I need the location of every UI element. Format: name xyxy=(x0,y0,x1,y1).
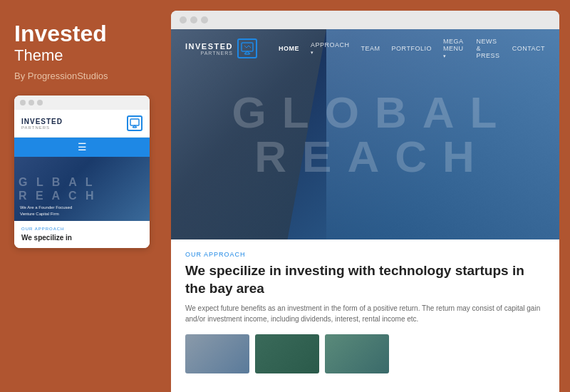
mobile-nav: INVESTED PARTNERS xyxy=(14,110,150,138)
mobile-caption-line1: We Are a Founder Focused xyxy=(20,205,72,210)
nav-link-home[interactable]: HOME xyxy=(279,45,299,52)
hero-word-reach: R E A C H xyxy=(254,135,475,179)
hero-letter-e: E xyxy=(302,135,333,179)
mobile-logo: INVESTED PARTNERS xyxy=(21,118,63,130)
sidebar: Invested Theme By ProgressionStudios INV… xyxy=(0,0,164,392)
mobile-hero-caption: We Are a Founder Focused Venture Capital… xyxy=(20,205,72,217)
nav-link-team[interactable]: TEAM xyxy=(361,45,380,52)
thumb-3 xyxy=(325,334,389,373)
hero-big-text: G L O B A L R E A C H xyxy=(171,91,559,179)
mobile-content-title: We specilize in xyxy=(21,233,142,242)
nav-link-news[interactable]: NEWS & PRESS xyxy=(477,38,501,59)
below-hero-content: OUR APPROACH We specilize in investing w… xyxy=(171,239,559,392)
hero-letter-b: B xyxy=(375,91,408,135)
thumb-1 xyxy=(185,334,249,373)
mobile-logo-name: INVESTED xyxy=(21,118,63,125)
mobile-hero-line2: R E A C H xyxy=(19,189,145,202)
mobile-preview-card: INVESTED PARTNERS ☰ G L B A L R E A C H xyxy=(14,96,150,248)
browser-content: INVESTED PARTNERS HOME APPROACH xyxy=(171,29,559,392)
dot-1 xyxy=(20,100,26,105)
sidebar-subtitle: Theme xyxy=(14,46,150,65)
mobile-logo-sub: PARTNERS xyxy=(21,125,63,130)
mobile-caption-line2: Venture Capital Firm xyxy=(20,211,72,217)
hero-letter-l: L xyxy=(282,91,311,135)
hero-letter-l2: L xyxy=(470,91,499,135)
approach-title: We specilize in investing with technolog… xyxy=(185,262,527,297)
desktop-nav-links: HOME APPROACH ▾ TEAM PORTFOLIO MEGA MENU… xyxy=(279,38,545,59)
desktop-browser-bar xyxy=(171,11,559,29)
hero-letter-c: C xyxy=(395,135,428,179)
mobile-logo-icon xyxy=(127,115,142,131)
hero-letter-g: G xyxy=(232,91,268,135)
hero-letter-a2: A xyxy=(347,135,380,179)
mobile-content: OUR APPROACH We specilize in xyxy=(14,221,150,248)
hero-letter-a: A xyxy=(423,91,456,135)
image-thumbs xyxy=(185,334,545,373)
mobile-approach-label: OUR APPROACH xyxy=(21,227,142,231)
hero-letter-h: H xyxy=(442,135,476,179)
mobile-browser-bar xyxy=(14,96,150,110)
approach-label: OUR APPROACH xyxy=(185,251,545,258)
hero-letter-r: R xyxy=(254,135,288,179)
approach-desc: We expect future benefits as an investme… xyxy=(185,303,542,324)
desktop-logo-name: INVESTED xyxy=(185,42,233,51)
desktop-nav: INVESTED PARTNERS HOME APPROACH xyxy=(171,29,559,68)
dot-2 xyxy=(28,100,34,105)
mobile-hero: G L B A L R E A C H We Are a Founder Foc… xyxy=(14,157,150,221)
dot-3 xyxy=(37,100,43,105)
sidebar-by: By ProgressionStudios xyxy=(14,71,150,81)
hero-word-global: G L O B A L xyxy=(232,91,499,135)
main-area: INVESTED PARTNERS HOME APPROACH xyxy=(171,11,559,392)
mobile-hero-line1: G L B A L xyxy=(19,175,145,189)
desktop-hero: INVESTED PARTNERS HOME APPROACH xyxy=(171,29,559,239)
nav-link-contact[interactable]: CONTACT xyxy=(512,45,545,52)
sidebar-title: Invested xyxy=(14,21,150,46)
hero-letter-o: O xyxy=(325,91,361,135)
browser-dot-2 xyxy=(190,16,197,24)
nav-link-mega-menu[interactable]: MEGA MENU ▾ xyxy=(443,38,465,59)
desktop-logo-partners: PARTNERS xyxy=(185,51,233,56)
nav-link-portfolio[interactable]: PORTFOLIO xyxy=(392,45,432,52)
thumb-2 xyxy=(255,334,319,373)
desktop-logo-icon xyxy=(237,38,257,58)
svg-rect-0 xyxy=(130,119,139,125)
browser-dot-3 xyxy=(201,16,208,24)
browser-dot-1 xyxy=(180,16,187,24)
nav-link-approach[interactable]: APPROACH ▾ xyxy=(311,41,350,56)
desktop-logo-text-wrap: INVESTED PARTNERS xyxy=(185,42,233,56)
hamburger-icon: ☰ xyxy=(78,142,87,153)
mobile-menu-bar[interactable]: ☰ xyxy=(14,138,150,157)
desktop-logo-area: INVESTED PARTNERS xyxy=(185,38,257,58)
